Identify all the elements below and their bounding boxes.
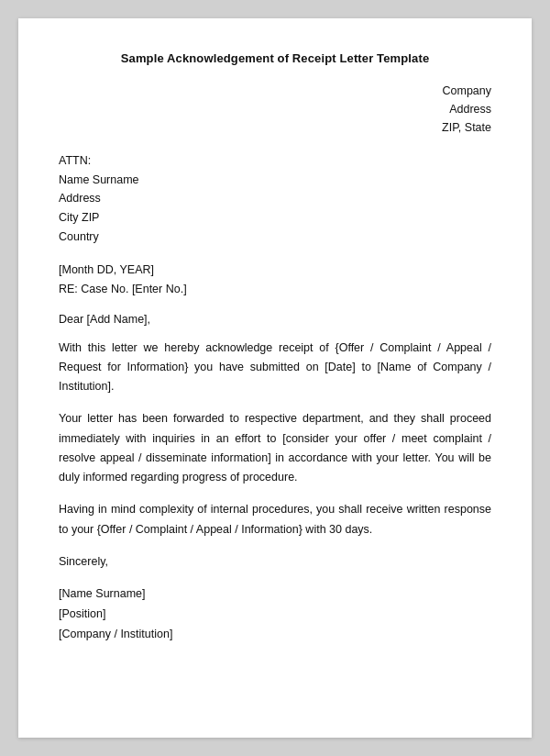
recipient-name: Name Surname bbox=[59, 171, 491, 190]
paragraph-3: Having in mind complexity of internal pr… bbox=[59, 500, 491, 539]
re-line: RE: Case No. [Enter No.] bbox=[59, 280, 491, 299]
paragraph-1: With this letter we hereby acknowledge r… bbox=[59, 339, 491, 397]
date-line: [Month DD, YEAR] bbox=[59, 261, 491, 280]
closing-text: Sincerely, bbox=[59, 552, 491, 572]
signature-name: [Name Surname] bbox=[59, 584, 491, 605]
recipient-cityzip: City ZIP bbox=[59, 208, 491, 228]
company-block: Company Address ZIP, State bbox=[59, 82, 491, 137]
date-block: [Month DD, YEAR] RE: Case No. [Enter No.… bbox=[59, 261, 491, 300]
recipient-block: ATTN: Name Surname Address City ZIP Coun… bbox=[59, 151, 491, 246]
company-line2: Address bbox=[59, 100, 491, 118]
recipient-attn: ATTN: bbox=[59, 151, 491, 171]
letter-page: Sample Acknowledgement of Receipt Letter… bbox=[18, 18, 532, 738]
recipient-country: Country bbox=[59, 228, 491, 247]
company-line1: Company bbox=[59, 82, 491, 100]
closing: Sincerely, bbox=[59, 552, 491, 572]
recipient-address: Address bbox=[59, 189, 491, 208]
salutation: Dear [Add Name], bbox=[59, 313, 491, 326]
signature-position: [Position] bbox=[59, 605, 491, 625]
company-line3: ZIP, State bbox=[59, 118, 491, 137]
paragraph-2: Your letter has been forwarded to respec… bbox=[59, 409, 491, 487]
letter-title: Sample Acknowledgement of Receipt Letter… bbox=[59, 51, 491, 65]
signature-block: [Name Surname] [Position] [Company / Ins… bbox=[59, 584, 491, 645]
signature-company: [Company / Institution] bbox=[59, 625, 491, 645]
